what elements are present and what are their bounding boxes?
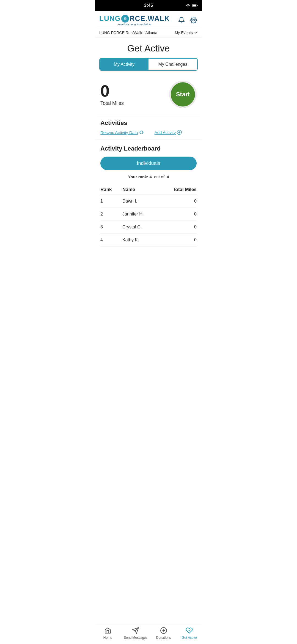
row-rank: 3 [100,225,122,230]
my-events-button[interactable]: My Events [175,31,198,35]
resync-icon [139,130,144,135]
svg-rect-1 [193,5,196,7]
miles-section: 0 Total Miles Start [95,76,202,115]
time-display: 3:45 [144,3,153,8]
table-row: 2 Jannifer H. 0 [100,208,197,221]
logo-subtitle: American Lung Association. [99,23,170,26]
row-name: Dawn I. [122,199,169,204]
logo-circle-icon [121,15,129,23]
row-miles: 0 [169,212,197,217]
wifi-icon [186,4,191,7]
leaderboard-rows: 1 Dawn I. 0 2 Jannifer H. 0 3 Crystal C.… [100,195,197,247]
activities-heading: Activities [100,115,197,130]
resync-label: Resync Activity Data [100,130,138,135]
tab-my-activity[interactable]: My Activity [100,59,148,70]
logo-force: RCE [130,14,145,23]
svg-rect-2 [197,5,198,6]
row-miles: 0 [169,225,197,230]
event-bar: LUNG FORCE Run/Walk - Atlanta My Events [95,28,202,37]
rank-out-of: out of [154,174,164,179]
row-name: Kathy K. [122,238,169,242]
start-button[interactable]: Start [169,81,197,108]
add-icon [177,130,182,135]
add-label: Add Activity [155,130,176,135]
app-header: LUNG RCE .WALK American Lung Association… [95,11,202,28]
add-activity-link[interactable]: Add Activity [155,130,182,135]
rank-total: 4 [167,174,169,179]
my-events-label: My Events [175,31,193,35]
tab-bar: My Activity My Challenges [99,58,198,71]
event-name: LUNG FORCE Run/Walk - Atlanta [99,31,157,35]
bell-icon[interactable] [177,16,186,24]
row-miles: 0 [169,199,197,204]
resync-activity-link[interactable]: Resync Activity Data [100,130,144,135]
table-header: Rank Name Total Miles [100,185,197,195]
row-name: Jannifer H. [122,212,169,217]
logo-area: LUNG RCE .WALK American Lung Association… [99,14,170,26]
col-rank-header: Rank [100,187,122,192]
col-name-header: Name [122,187,169,192]
table-row: 4 Kathy K. 0 [100,234,197,247]
status-bar: 3:45 [95,0,202,11]
battery-icon [192,4,198,7]
leaderboard-individuals-tab[interactable]: Individuals [100,157,197,170]
activities-links: Resync Activity Data Add Activity [100,130,197,139]
logo-lung: LUNG [99,14,121,23]
leaderboard-heading: Activity Leaderboard [100,145,197,152]
miles-info: 0 Total Miles [100,83,124,106]
logo-walk: .WALK [145,14,170,23]
miles-label: Total Miles [100,100,124,106]
chevron-down-icon [194,31,198,35]
svg-point-3 [193,19,194,21]
logo: LUNG RCE .WALK [99,14,170,23]
row-rank: 4 [100,238,122,242]
activities-section: Activities Resync Activity Data Add Acti… [95,115,202,139]
row-name: Crystal C. [122,225,169,230]
rank-number: 4 [150,174,152,179]
tab-my-challenges[interactable]: My Challenges [148,59,197,70]
col-miles-header: Total Miles [169,187,197,192]
settings-icon[interactable] [189,16,198,24]
rank-pre: Your rank: [128,174,148,179]
header-icons [177,16,198,24]
table-row: 3 Crystal C. 0 [100,221,197,234]
miles-count: 0 [100,83,124,99]
leaderboard-section: Activity Leaderboard Individuals Your ra… [95,139,202,247]
row-miles: 0 [169,238,197,242]
status-icons [186,4,198,7]
leaderboard-table: Rank Name Total Miles 1 Dawn I. 0 2 Jann… [100,185,197,247]
row-rank: 2 [100,212,122,217]
rank-info: Your rank: 4 out of 4 [100,174,197,179]
page-title: Get Active [95,37,202,58]
row-rank: 1 [100,199,122,204]
table-row: 1 Dawn I. 0 [100,195,197,208]
